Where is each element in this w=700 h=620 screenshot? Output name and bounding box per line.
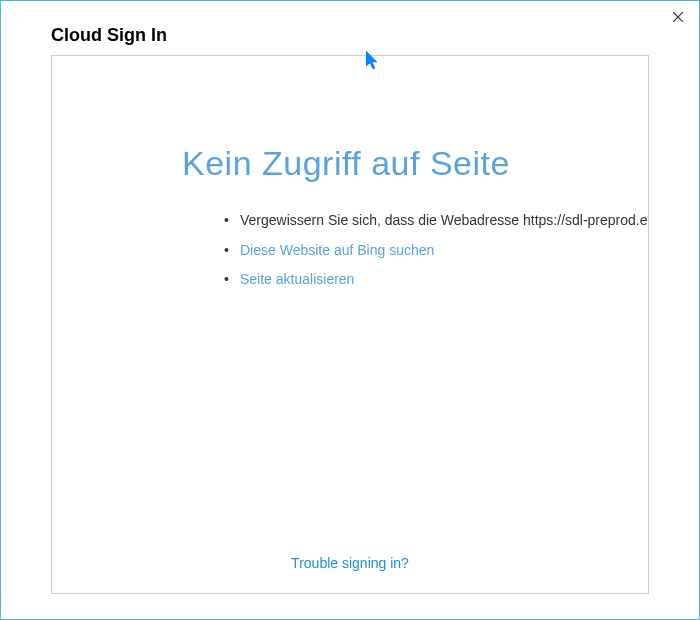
list-item: Diese Website auf Bing suchen xyxy=(224,241,648,261)
trouble-signing-in-link[interactable]: Trouble signing in? xyxy=(52,555,648,571)
close-icon xyxy=(673,9,683,25)
dialog-title: Cloud Sign In xyxy=(1,1,699,46)
content-frame: Kein Zugriff auf Seite Vergewissern Sie … xyxy=(51,55,649,594)
search-bing-link[interactable]: Diese Website auf Bing suchen xyxy=(240,242,434,258)
error-suggestions-list: Vergewissern Sie sich, dass die Webadres… xyxy=(52,183,648,290)
refresh-page-link[interactable]: Seite aktualisieren xyxy=(240,271,354,287)
error-item-text: Vergewissern Sie sich, dass die Webadres… xyxy=(240,212,649,228)
close-button[interactable] xyxy=(667,7,689,27)
list-item: Vergewissern Sie sich, dass die Webadres… xyxy=(224,211,648,231)
list-item: Seite aktualisieren xyxy=(224,270,648,290)
error-heading: Kein Zugriff auf Seite xyxy=(52,56,648,183)
